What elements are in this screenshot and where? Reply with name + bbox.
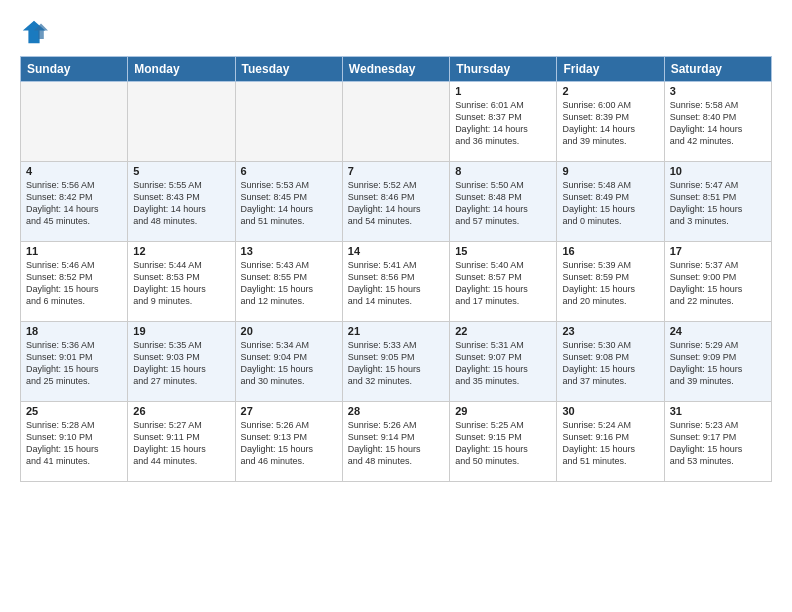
day-info: Sunrise: 5:35 AM Sunset: 9:03 PM Dayligh… — [133, 339, 229, 388]
day-info: Sunrise: 5:58 AM Sunset: 8:40 PM Dayligh… — [670, 99, 766, 148]
col-header-tuesday: Tuesday — [235, 57, 342, 82]
calendar-day-7: 7Sunrise: 5:52 AM Sunset: 8:46 PM Daylig… — [342, 162, 449, 242]
calendar-day-23: 23Sunrise: 5:30 AM Sunset: 9:08 PM Dayli… — [557, 322, 664, 402]
day-info: Sunrise: 5:26 AM Sunset: 9:14 PM Dayligh… — [348, 419, 444, 468]
calendar-day-16: 16Sunrise: 5:39 AM Sunset: 8:59 PM Dayli… — [557, 242, 664, 322]
col-header-sunday: Sunday — [21, 57, 128, 82]
day-number: 26 — [133, 405, 229, 417]
day-number: 23 — [562, 325, 658, 337]
calendar-week-row: 18Sunrise: 5:36 AM Sunset: 9:01 PM Dayli… — [21, 322, 772, 402]
col-header-saturday: Saturday — [664, 57, 771, 82]
calendar-empty-cell — [21, 82, 128, 162]
day-number: 17 — [670, 245, 766, 257]
day-info: Sunrise: 5:53 AM Sunset: 8:45 PM Dayligh… — [241, 179, 337, 228]
calendar-day-14: 14Sunrise: 5:41 AM Sunset: 8:56 PM Dayli… — [342, 242, 449, 322]
day-info: Sunrise: 5:47 AM Sunset: 8:51 PM Dayligh… — [670, 179, 766, 228]
day-info: Sunrise: 5:37 AM Sunset: 9:00 PM Dayligh… — [670, 259, 766, 308]
calendar-day-18: 18Sunrise: 5:36 AM Sunset: 9:01 PM Dayli… — [21, 322, 128, 402]
calendar-day-21: 21Sunrise: 5:33 AM Sunset: 9:05 PM Dayli… — [342, 322, 449, 402]
day-number: 1 — [455, 85, 551, 97]
calendar-day-22: 22Sunrise: 5:31 AM Sunset: 9:07 PM Dayli… — [450, 322, 557, 402]
day-number: 16 — [562, 245, 658, 257]
calendar-day-1: 1Sunrise: 6:01 AM Sunset: 8:37 PM Daylig… — [450, 82, 557, 162]
day-info: Sunrise: 5:27 AM Sunset: 9:11 PM Dayligh… — [133, 419, 229, 468]
day-number: 10 — [670, 165, 766, 177]
header — [20, 18, 772, 46]
calendar-day-26: 26Sunrise: 5:27 AM Sunset: 9:11 PM Dayli… — [128, 402, 235, 482]
day-info: Sunrise: 5:43 AM Sunset: 8:55 PM Dayligh… — [241, 259, 337, 308]
day-info: Sunrise: 5:26 AM Sunset: 9:13 PM Dayligh… — [241, 419, 337, 468]
calendar-day-5: 5Sunrise: 5:55 AM Sunset: 8:43 PM Daylig… — [128, 162, 235, 242]
day-number: 13 — [241, 245, 337, 257]
day-info: Sunrise: 5:39 AM Sunset: 8:59 PM Dayligh… — [562, 259, 658, 308]
calendar-day-13: 13Sunrise: 5:43 AM Sunset: 8:55 PM Dayli… — [235, 242, 342, 322]
calendar-day-15: 15Sunrise: 5:40 AM Sunset: 8:57 PM Dayli… — [450, 242, 557, 322]
day-number: 6 — [241, 165, 337, 177]
calendar-day-27: 27Sunrise: 5:26 AM Sunset: 9:13 PM Dayli… — [235, 402, 342, 482]
col-header-wednesday: Wednesday — [342, 57, 449, 82]
day-number: 21 — [348, 325, 444, 337]
day-number: 4 — [26, 165, 122, 177]
day-number: 11 — [26, 245, 122, 257]
calendar-table: SundayMondayTuesdayWednesdayThursdayFrid… — [20, 56, 772, 482]
col-header-monday: Monday — [128, 57, 235, 82]
day-number: 15 — [455, 245, 551, 257]
day-info: Sunrise: 5:33 AM Sunset: 9:05 PM Dayligh… — [348, 339, 444, 388]
day-number: 30 — [562, 405, 658, 417]
day-number: 31 — [670, 405, 766, 417]
day-info: Sunrise: 5:31 AM Sunset: 9:07 PM Dayligh… — [455, 339, 551, 388]
day-number: 24 — [670, 325, 766, 337]
day-number: 14 — [348, 245, 444, 257]
calendar-day-20: 20Sunrise: 5:34 AM Sunset: 9:04 PM Dayli… — [235, 322, 342, 402]
calendar-day-6: 6Sunrise: 5:53 AM Sunset: 8:45 PM Daylig… — [235, 162, 342, 242]
day-number: 3 — [670, 85, 766, 97]
day-info: Sunrise: 5:48 AM Sunset: 8:49 PM Dayligh… — [562, 179, 658, 228]
calendar-day-8: 8Sunrise: 5:50 AM Sunset: 8:48 PM Daylig… — [450, 162, 557, 242]
day-number: 20 — [241, 325, 337, 337]
calendar-day-25: 25Sunrise: 5:28 AM Sunset: 9:10 PM Dayli… — [21, 402, 128, 482]
calendar-header-row: SundayMondayTuesdayWednesdayThursdayFrid… — [21, 57, 772, 82]
day-info: Sunrise: 5:23 AM Sunset: 9:17 PM Dayligh… — [670, 419, 766, 468]
day-info: Sunrise: 6:01 AM Sunset: 8:37 PM Dayligh… — [455, 99, 551, 148]
calendar-day-12: 12Sunrise: 5:44 AM Sunset: 8:53 PM Dayli… — [128, 242, 235, 322]
day-info: Sunrise: 5:40 AM Sunset: 8:57 PM Dayligh… — [455, 259, 551, 308]
day-info: Sunrise: 5:41 AM Sunset: 8:56 PM Dayligh… — [348, 259, 444, 308]
day-info: Sunrise: 5:24 AM Sunset: 9:16 PM Dayligh… — [562, 419, 658, 468]
calendar-empty-cell — [342, 82, 449, 162]
calendar-day-4: 4Sunrise: 5:56 AM Sunset: 8:42 PM Daylig… — [21, 162, 128, 242]
day-info: Sunrise: 5:34 AM Sunset: 9:04 PM Dayligh… — [241, 339, 337, 388]
calendar-week-row: 4Sunrise: 5:56 AM Sunset: 8:42 PM Daylig… — [21, 162, 772, 242]
day-number: 19 — [133, 325, 229, 337]
day-info: Sunrise: 5:46 AM Sunset: 8:52 PM Dayligh… — [26, 259, 122, 308]
calendar-empty-cell — [235, 82, 342, 162]
calendar-empty-cell — [128, 82, 235, 162]
col-header-thursday: Thursday — [450, 57, 557, 82]
day-info: Sunrise: 5:25 AM Sunset: 9:15 PM Dayligh… — [455, 419, 551, 468]
day-info: Sunrise: 5:28 AM Sunset: 9:10 PM Dayligh… — [26, 419, 122, 468]
calendar-day-2: 2Sunrise: 6:00 AM Sunset: 8:39 PM Daylig… — [557, 82, 664, 162]
day-info: Sunrise: 5:30 AM Sunset: 9:08 PM Dayligh… — [562, 339, 658, 388]
day-number: 27 — [241, 405, 337, 417]
calendar-week-row: 11Sunrise: 5:46 AM Sunset: 8:52 PM Dayli… — [21, 242, 772, 322]
calendar-day-19: 19Sunrise: 5:35 AM Sunset: 9:03 PM Dayli… — [128, 322, 235, 402]
calendar-week-row: 1Sunrise: 6:01 AM Sunset: 8:37 PM Daylig… — [21, 82, 772, 162]
day-info: Sunrise: 5:55 AM Sunset: 8:43 PM Dayligh… — [133, 179, 229, 228]
day-info: Sunrise: 5:29 AM Sunset: 9:09 PM Dayligh… — [670, 339, 766, 388]
calendar-day-17: 17Sunrise: 5:37 AM Sunset: 9:00 PM Dayli… — [664, 242, 771, 322]
day-info: Sunrise: 5:56 AM Sunset: 8:42 PM Dayligh… — [26, 179, 122, 228]
logo-icon — [20, 18, 48, 46]
day-number: 28 — [348, 405, 444, 417]
page-container: SundayMondayTuesdayWednesdayThursdayFrid… — [0, 0, 792, 492]
day-number: 2 — [562, 85, 658, 97]
day-number: 9 — [562, 165, 658, 177]
day-number: 18 — [26, 325, 122, 337]
calendar-day-9: 9Sunrise: 5:48 AM Sunset: 8:49 PM Daylig… — [557, 162, 664, 242]
day-number: 22 — [455, 325, 551, 337]
day-number: 12 — [133, 245, 229, 257]
calendar-day-28: 28Sunrise: 5:26 AM Sunset: 9:14 PM Dayli… — [342, 402, 449, 482]
calendar-day-10: 10Sunrise: 5:47 AM Sunset: 8:51 PM Dayli… — [664, 162, 771, 242]
calendar-day-29: 29Sunrise: 5:25 AM Sunset: 9:15 PM Dayli… — [450, 402, 557, 482]
calendar-day-30: 30Sunrise: 5:24 AM Sunset: 9:16 PM Dayli… — [557, 402, 664, 482]
calendar-day-3: 3Sunrise: 5:58 AM Sunset: 8:40 PM Daylig… — [664, 82, 771, 162]
day-info: Sunrise: 5:50 AM Sunset: 8:48 PM Dayligh… — [455, 179, 551, 228]
